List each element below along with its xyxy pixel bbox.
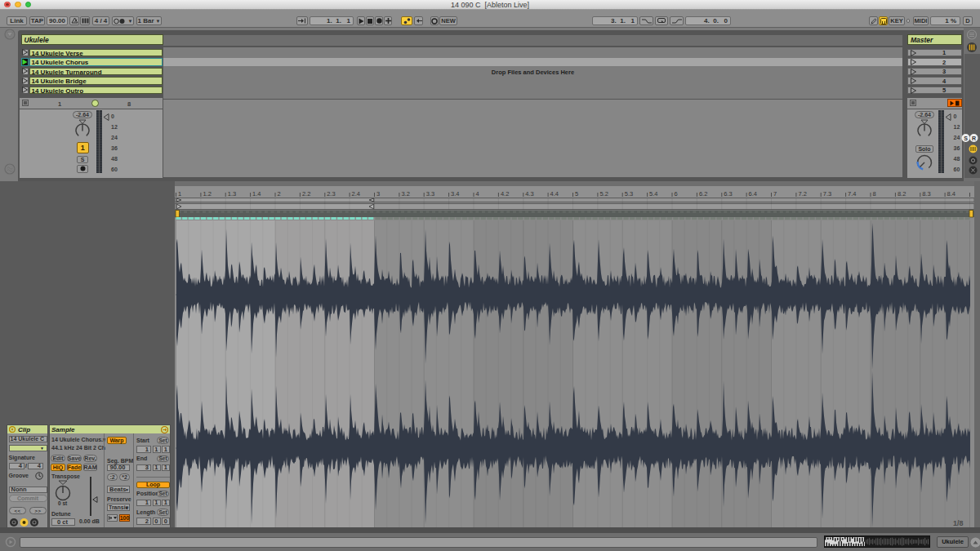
svg-text:8.2: 8.2 [898, 190, 906, 198]
svg-text:3: 3 [376, 190, 380, 198]
svg-text:7.2: 7.2 [798, 190, 806, 198]
svg-text:1.4: 1.4 [252, 190, 261, 198]
svg-text:1.2: 1.2 [203, 190, 211, 198]
svg-text:7: 7 [773, 190, 777, 198]
svg-text:2.4: 2.4 [352, 190, 360, 198]
svg-text:1: 1 [178, 190, 181, 198]
svg-text:4.2: 4.2 [501, 190, 509, 198]
svg-text:6.2: 6.2 [699, 190, 707, 198]
svg-text:7.3: 7.3 [823, 190, 831, 198]
svg-text:6: 6 [675, 190, 678, 198]
svg-text:2.3: 2.3 [327, 190, 335, 198]
svg-text:4: 4 [476, 190, 479, 198]
svg-text:8.3: 8.3 [922, 190, 930, 198]
svg-text:3.2: 3.2 [401, 190, 409, 198]
svg-text:8.4: 8.4 [947, 190, 956, 198]
svg-text:7.4: 7.4 [848, 190, 856, 198]
svg-text:3.4: 3.4 [451, 190, 459, 198]
svg-text:5.3: 5.3 [625, 190, 633, 198]
svg-text:4.4: 4.4 [550, 190, 559, 198]
svg-text:5.2: 5.2 [599, 190, 608, 198]
svg-text:6.4: 6.4 [749, 190, 757, 198]
svg-text:5: 5 [575, 190, 578, 198]
svg-text:5.4: 5.4 [649, 190, 657, 198]
svg-text:4.3: 4.3 [525, 190, 533, 198]
svg-text:3.3: 3.3 [426, 190, 434, 198]
svg-text:2.2: 2.2 [302, 190, 310, 198]
svg-text:2: 2 [278, 190, 281, 198]
svg-text:6.3: 6.3 [724, 190, 732, 198]
svg-text:1.3: 1.3 [228, 190, 236, 198]
svg-text:8: 8 [873, 190, 876, 198]
